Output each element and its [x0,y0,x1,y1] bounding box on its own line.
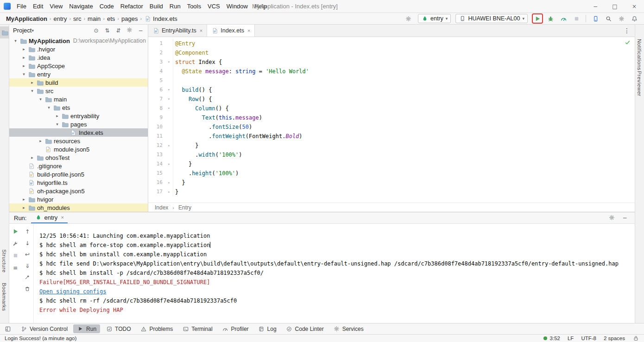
breadcrumb-item-main[interactable]: main [86,15,102,22]
tree-collapse-arrow-icon[interactable]: ▾ [29,89,36,93]
menu-vcs[interactable]: VCS [204,0,223,13]
tool-stripe-bookmarks[interactable]: Bookmarks [1,283,7,311]
clear-all-button[interactable] [24,285,31,293]
tool-window-switcher[interactable] [3,325,13,332]
tool-button-version-control[interactable]: Version Control [17,324,71,333]
fold-marker-icon[interactable]: ▴ [165,141,173,150]
tool-stripe-project[interactable] [0,26,9,38]
menu-code[interactable]: Code [96,0,117,13]
breadcrumb-item-pages[interactable]: pages [120,15,139,22]
menu-file[interactable]: File [13,0,30,13]
tree-item-index-ets[interactable]: Index.ets [9,128,148,137]
tree-item-gitignore[interactable]: .gitignore [9,162,148,170]
tree-expand-arrow-icon[interactable]: ▸ [20,47,27,51]
tree-item-myapplication[interactable]: ▾MyApplicationD:\workspace\MyApplication [9,37,148,45]
tree-item-idea[interactable]: ▸.idea [9,53,148,62]
device-manager-button[interactable] [590,14,600,23]
tree-item-ohostest[interactable]: ▸ohosTest [9,153,148,162]
readonly-lock-icon[interactable] [632,335,639,342]
tree-item-ets[interactable]: ▾ets [9,103,148,112]
breadcrumb-item-entry[interactable]: entry [52,15,69,22]
close-tab-icon[interactable]: × [247,28,250,33]
stop-button[interactable] [12,252,19,260]
menu-tools[interactable]: Tools [184,0,204,13]
fold-marker-icon[interactable]: ▾ [165,104,173,113]
tree-expand-arrow-icon[interactable]: ▸ [29,155,36,160]
hide-panel-button[interactable]: − [137,27,144,34]
console-link-open-signing-configs[interactable]: Open signing configs [39,287,635,296]
tool-button-problems[interactable]: Problems [137,324,177,333]
tool-button-code-linter[interactable]: Code Linter [282,324,328,333]
notifications-button[interactable] [629,14,639,23]
tree-item-oh-modules[interactable]: ▸oh_modules [9,203,148,212]
locate-file-button[interactable]: ⊙ [93,27,100,34]
tree-collapse-arrow-icon[interactable]: ▾ [54,122,61,127]
console-menu-button[interactable]: ≡ [12,264,19,272]
tree-expand-arrow-icon[interactable]: ▸ [20,55,27,60]
editor-tab-index-ets[interactable]: Index.ets× [207,25,255,37]
tree-item-build[interactable]: ▸build [9,78,148,87]
scroll-to-end-button[interactable]: ⇓ [24,262,31,270]
tree-item-appscope[interactable]: ▸AppScope [9,62,148,70]
run-button[interactable] [532,14,543,23]
hide-run-panel-button[interactable]: − [621,214,628,222]
prev-occurrence-button[interactable]: ↑ [24,228,31,235]
menu-window[interactable]: Window [223,0,251,13]
fold-marker-icon[interactable]: ▴ [165,178,173,187]
run-panel-settings-button[interactable] [608,214,615,222]
fold-marker-icon[interactable]: ▴ [165,187,173,196]
next-occurrence-button[interactable]: ↓ [24,240,31,247]
ide-settings-button[interactable] [403,14,413,23]
pin-button[interactable] [24,273,31,281]
fold-marker-icon[interactable]: ▾ [165,57,173,67]
project-panel-title[interactable]: Project [13,27,32,34]
menu-refactor[interactable]: Refactor [117,0,146,13]
tree-collapse-arrow-icon[interactable]: ▾ [20,72,27,76]
tree-item-src[interactable]: ▾src [9,87,148,95]
tool-button-run[interactable]: Run [73,324,100,333]
menu-navigate[interactable]: Navigate [66,0,96,13]
minimize-button[interactable]: − [586,0,605,13]
tree-collapse-arrow-icon[interactable]: ▾ [12,38,19,43]
fold-marker-icon[interactable]: ▴ [165,159,173,169]
search-everywhere-button[interactable] [603,14,613,23]
tree-expand-arrow-icon[interactable]: ▸ [29,80,36,85]
run-tab-entry[interactable]: entry × [31,212,67,223]
run-console[interactable]: 12/25 10:56:41: Launching com.example.my… [33,224,635,323]
tool-stripe-previewer[interactable]: Previewer [637,71,642,96]
tree-item-module-json5[interactable]: module.json5 [9,145,148,153]
soft-wrap-button[interactable]: ↩ [24,251,31,258]
tree-item-main[interactable]: ▾main [9,95,148,103]
editor-breadcrumb-index[interactable]: Index [155,204,168,211]
maximize-button[interactable]: □ [605,0,625,13]
tree-item-oh-package-json5[interactable]: oh-package.json5 [9,187,148,195]
tree-item-build-profile-json5[interactable]: build-profile.json5 [9,170,148,178]
settings-button[interactable] [616,14,626,23]
code-editor[interactable]: 1@Entry2@Component3▾struct Index {4 @Sta… [148,37,635,196]
encoding-indicator[interactable]: UTF-8 [581,336,596,341]
edit-configuration-button[interactable] [12,240,19,248]
tree-item-pages[interactable]: ▾pages [9,120,148,128]
breadcrumb-item-ets[interactable]: ets [106,15,116,22]
editor-tab-entryability-ts[interactable]: EntryAbility.ts× [148,25,207,37]
close-tab-icon[interactable]: × [61,215,63,220]
menu-run[interactable]: Run [166,0,184,13]
fold-marker-icon[interactable]: ▾ [165,95,173,104]
tree-item-entryability[interactable]: ▸entryability [9,112,148,120]
rerun-button[interactable] [12,228,19,236]
fold-marker-icon[interactable]: ▾ [165,85,173,95]
editor-breadcrumb-entry[interactable]: Entry [178,204,191,211]
profiler-button[interactable] [558,14,568,23]
breadcrumb-item-src[interactable]: src [72,15,82,22]
tree-item-hvigor[interactable]: ▸.hvigor [9,45,148,53]
line-separator-indicator[interactable]: LF [568,336,574,341]
tree-expand-arrow-icon[interactable]: ▸ [37,139,44,143]
tool-button-todo[interactable]: TODO [102,324,134,333]
expand-all-button[interactable]: ⇅ [104,27,111,34]
breadcrumb-item-index-ets[interactable]: Index.ets [143,15,179,22]
tool-button-services[interactable]: Services [329,324,367,333]
tree-expand-arrow-icon[interactable]: ▸ [20,197,27,202]
panel-settings-button[interactable] [126,26,133,34]
tree-item-resources[interactable]: ▸resources [9,137,148,145]
close-button[interactable]: × [625,0,644,13]
